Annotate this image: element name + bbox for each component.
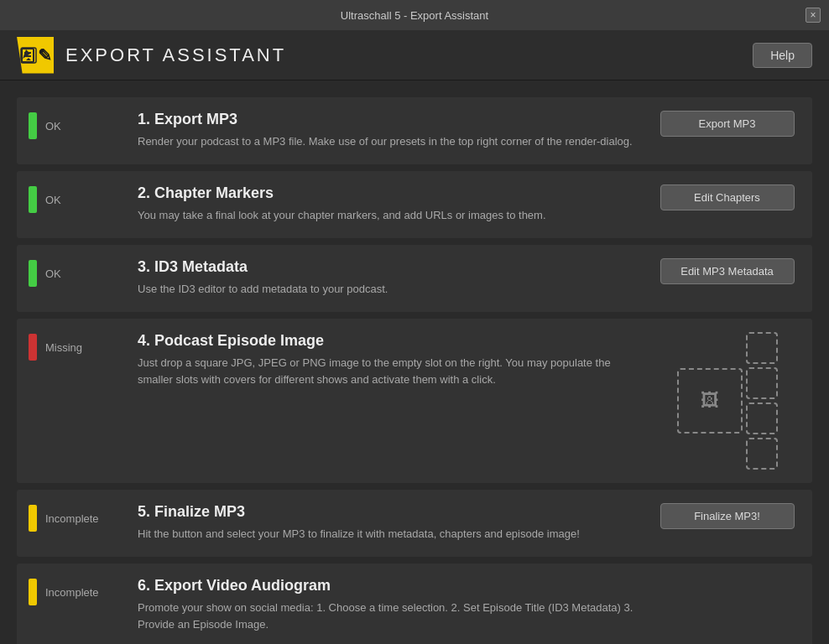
action-col-chapter-markers: Edit Chapters <box>654 184 800 210</box>
status-label-finalize-mp3: Incomplete <box>45 512 99 525</box>
action-button-chapter-markers[interactable]: Edit Chapters <box>660 184 795 210</box>
status-indicator-export-audiogram <box>29 579 37 605</box>
step-desc-finalize-mp3: Hit the button and select your MP3 to fi… <box>138 526 640 543</box>
status-col-export-mp3: OK <box>29 111 138 139</box>
image-main-slot[interactable]: 🖼 <box>677 368 743 434</box>
section-export-mp3: OK1. Export MP3Render your podcast to a … <box>17 97 812 164</box>
image-placeholder-icon: 🖼 <box>701 390 719 412</box>
status-indicator-finalize-mp3 <box>29 505 37 532</box>
status-label-chapter-markers: OK <box>45 194 61 206</box>
section-id3-metadata: OK3. ID3 MetadataUse the ID3 editor to a… <box>17 245 812 312</box>
content-col-podcast-image: 4. Podcast Episode ImageJust drop a squa… <box>138 332 654 387</box>
header-icon-symbol: ✎ <box>38 45 52 65</box>
status-col-podcast-image: Missing <box>29 332 138 361</box>
step-title-chapter-markers: 2. Chapter Markers <box>138 184 640 202</box>
step-desc-podcast-image: Just drop a square JPG, JPEG or PNG imag… <box>138 355 640 387</box>
status-indicator-id3-metadata <box>29 260 37 287</box>
title-bar: Ultraschall 5 - Export Assistant × <box>0 0 829 30</box>
image-small-slots <box>746 332 778 470</box>
content-col-export-mp3: 1. Export MP3Render your podcast to a MP… <box>138 111 654 150</box>
action-col-finalize-mp3: Finalize MP3! <box>654 503 800 529</box>
close-button[interactable]: × <box>806 8 821 23</box>
export-icon <box>19 46 38 65</box>
image-small-slot-1[interactable] <box>746 367 778 399</box>
section-podcast-image: Missing4. Podcast Episode ImageJust drop… <box>17 319 812 483</box>
action-col-id3-metadata: Edit MP3 Metadata <box>654 258 800 284</box>
step-desc-export-mp3: Render your podcast to a MP3 file. Make … <box>138 133 640 150</box>
app-title: EXPORT ASSISTANT <box>65 44 753 66</box>
app-header: ✎ EXPORT ASSISTANT Help <box>0 30 829 80</box>
step-desc-chapter-markers: You may take a final look at your chapte… <box>138 207 640 224</box>
step-title-finalize-mp3: 5. Finalize MP3 <box>138 503 640 521</box>
content-col-export-audiogram: 6. Export Video AudiogramPromote your sh… <box>138 577 654 632</box>
action-button-export-mp3[interactable]: Export MP3 <box>660 111 795 137</box>
section-finalize-mp3: Incomplete5. Finalize MP3Hit the button … <box>17 490 812 557</box>
content-col-finalize-mp3: 5. Finalize MP3Hit the button and select… <box>138 503 654 543</box>
status-indicator-export-mp3 <box>29 112 37 139</box>
action-button-finalize-mp3[interactable]: Finalize MP3! <box>660 503 795 529</box>
action-col-export-mp3: Export MP3 <box>654 111 800 137</box>
main-content: OK1. Export MP3Render your podcast to a … <box>0 80 829 644</box>
content-col-id3-metadata: 3. ID3 MetadataUse the ID3 editor to add… <box>138 258 654 298</box>
help-button[interactable]: Help <box>753 43 812 68</box>
step-title-export-audiogram: 6. Export Video Audiogram <box>138 577 640 595</box>
step-title-id3-metadata: 3. ID3 Metadata <box>138 258 640 276</box>
app-logo: ✎ <box>17 37 54 74</box>
status-indicator-podcast-image <box>29 334 37 361</box>
image-drop-zone[interactable]: 🖼 <box>677 332 778 470</box>
status-label-podcast-image: Missing <box>45 341 82 354</box>
status-col-finalize-mp3: Incomplete <box>29 503 138 532</box>
status-col-chapter-markers: OK <box>29 184 138 213</box>
action-button-id3-metadata[interactable]: Edit MP3 Metadata <box>660 258 795 284</box>
section-export-audiogram: Incomplete6. Export Video AudiogramPromo… <box>17 564 812 644</box>
window-title: Ultraschall 5 - Export Assistant <box>341 9 488 22</box>
status-col-id3-metadata: OK <box>29 258 138 287</box>
image-small-slot-2[interactable] <box>746 402 778 434</box>
status-label-export-audiogram: Incomplete <box>45 586 99 599</box>
status-indicator-chapter-markers <box>29 186 37 213</box>
action-col-podcast-image: 🖼 <box>654 332 800 470</box>
section-chapter-markers: OK2. Chapter MarkersYou may take a final… <box>17 171 812 238</box>
status-col-export-audiogram: Incomplete <box>29 577 138 605</box>
step-title-export-mp3: 1. Export MP3 <box>138 111 640 128</box>
image-small-slot-0[interactable] <box>746 332 778 364</box>
step-desc-export-audiogram: Promote your show on social media: 1. Ch… <box>138 600 640 632</box>
step-title-podcast-image: 4. Podcast Episode Image <box>138 332 640 350</box>
step-desc-id3-metadata: Use the ID3 editor to add metadata to yo… <box>138 281 640 298</box>
status-label-export-mp3: OK <box>45 120 61 132</box>
status-label-id3-metadata: OK <box>45 267 61 280</box>
content-col-chapter-markers: 2. Chapter MarkersYou may take a final l… <box>138 184 654 224</box>
image-small-slot-3[interactable] <box>746 438 778 470</box>
